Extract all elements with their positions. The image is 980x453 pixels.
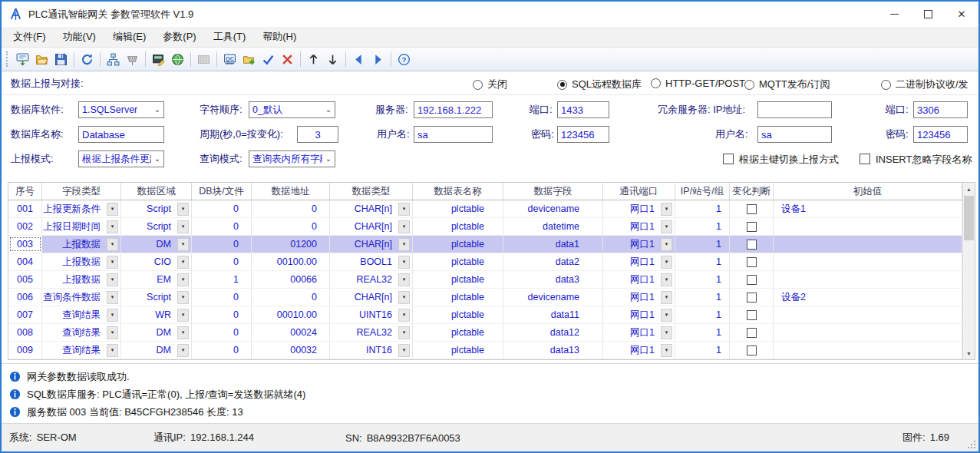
import-config-icon[interactable] <box>13 50 32 69</box>
help-icon[interactable]: ? <box>394 50 414 69</box>
cell-data_area[interactable]: Script▾ <box>121 200 192 217</box>
data_type-dropdown-icon[interactable]: ▾ <box>398 309 410 322</box>
cell-data_type[interactable]: CHAR[n]▾ <box>330 289 413 306</box>
database-software-select[interactable]: 1.SQLServer⌄ <box>78 101 164 118</box>
data_area-dropdown-icon[interactable]: ▾ <box>177 238 189 251</box>
move-down-icon[interactable] <box>323 50 342 69</box>
comm_port-dropdown-icon[interactable]: ▾ <box>661 344 672 357</box>
data_area-dropdown-icon[interactable]: ▾ <box>177 203 189 216</box>
cell-ip_station[interactable]: 1 <box>675 289 730 306</box>
report-mode-select[interactable]: 根据上报条件更新⌄ <box>78 150 164 167</box>
refresh-icon[interactable] <box>78 50 97 69</box>
redundant-port-input[interactable] <box>913 101 968 118</box>
cell-data_addr[interactable]: 00066 <box>252 271 330 288</box>
data_type-dropdown-icon[interactable]: ▾ <box>398 238 410 251</box>
nav-next-icon[interactable] <box>368 50 388 69</box>
data_type-dropdown-icon[interactable]: ▾ <box>398 273 410 286</box>
cell-comm_port[interactable]: 网口1▾ <box>603 236 675 253</box>
cell-data_type[interactable]: INT16▾ <box>330 342 413 359</box>
field_type-dropdown-icon[interactable]: ▾ <box>107 238 118 251</box>
cell-seq[interactable]: 007 <box>8 306 42 323</box>
cell-init_value[interactable] <box>774 253 962 270</box>
field_type-dropdown-icon[interactable]: ▾ <box>107 326 118 339</box>
open-file-icon[interactable] <box>32 50 51 69</box>
cell-init_value[interactable] <box>774 324 962 341</box>
cell-data_area[interactable]: DM▾ <box>121 236 192 253</box>
comm_port-dropdown-icon[interactable]: ▾ <box>661 238 672 251</box>
comm_port-dropdown-icon[interactable]: ▾ <box>661 273 672 286</box>
data_type-dropdown-icon[interactable]: ▾ <box>398 344 410 357</box>
change-check-checkbox[interactable] <box>747 222 757 232</box>
cell-seq[interactable]: 002 <box>8 218 42 235</box>
cell-db_block[interactable]: 0 <box>192 236 252 253</box>
table-row[interactable]: 007查询结果▾WR▾000010.00UINT16▾plctabledata1… <box>8 306 962 324</box>
cell-db_block[interactable]: 0 <box>192 200 252 217</box>
cell-comm_port[interactable]: 网口1▾ <box>603 218 675 235</box>
comm_port-dropdown-icon[interactable]: ▾ <box>661 256 672 269</box>
cell-data_type[interactable]: CHAR[n]▾ <box>330 218 413 235</box>
cell-seq[interactable]: 005 <box>8 271 42 288</box>
comm_port-dropdown-icon[interactable]: ▾ <box>661 291 672 304</box>
cell-comm_port[interactable]: 网口1▾ <box>603 200 675 217</box>
cell-data_type[interactable]: BOOL1▾ <box>330 253 413 270</box>
cell-db_block[interactable]: 0 <box>192 218 252 235</box>
cell-field_type[interactable]: 查询条件数据▾ <box>42 289 121 306</box>
cell-data_addr[interactable]: 00024 <box>252 324 330 341</box>
insert-ignore-checkbox[interactable] <box>860 154 870 164</box>
redundant-username-input[interactable] <box>757 126 832 143</box>
network-nodes-icon[interactable] <box>104 50 123 69</box>
apply-check-icon[interactable] <box>259 50 278 69</box>
cell-data_area[interactable]: WR▾ <box>121 306 192 323</box>
cell-field_type[interactable]: 上报日期时间▾ <box>42 218 121 235</box>
menu-item-params[interactable]: 参数(P) <box>154 27 204 47</box>
comm_port-dropdown-icon[interactable]: ▾ <box>661 220 672 233</box>
query-mode-select[interactable]: 查询表内所有字段⌄ <box>249 150 335 167</box>
cell-comm_port[interactable]: 网口1▾ <box>603 289 675 306</box>
cell-comm_port[interactable]: 网口1▾ <box>603 342 675 359</box>
cell-ip_station[interactable]: 1 <box>675 342 730 359</box>
cell-seq[interactable]: 008 <box>8 324 42 341</box>
cell-ip_station[interactable]: 1 <box>675 253 730 270</box>
cell-data_area[interactable]: Script▾ <box>121 289 192 306</box>
cell-field_type[interactable]: 上报数据▾ <box>42 253 121 270</box>
cell-data_addr[interactable]: 00100.00 <box>252 253 330 270</box>
cell-ip_station[interactable]: 1 <box>675 324 730 341</box>
radio-sql-remote-db[interactable]: SQL远程数据库 <box>557 78 642 91</box>
cell-table_name[interactable]: plctable <box>413 200 503 217</box>
resize-grip[interactable] <box>974 447 975 448</box>
change-check-checkbox[interactable] <box>747 293 757 303</box>
data_type-dropdown-icon[interactable]: ▾ <box>398 326 410 339</box>
cell-ip_station[interactable]: 1 <box>675 218 730 235</box>
cell-data_addr[interactable]: 01200 <box>252 236 330 253</box>
data_area-dropdown-icon[interactable]: ▾ <box>177 256 189 269</box>
cell-data_type[interactable]: REAL32▾ <box>330 324 413 341</box>
cell-data_area[interactable]: EM▾ <box>121 271 192 288</box>
cell-table_name[interactable]: plctable <box>413 324 503 341</box>
table-row[interactable]: 008查询结果▾DM▾000024REAL32▾plctabledata12网口… <box>8 324 962 342</box>
cell-field_type[interactable]: 查询结果▾ <box>42 342 121 359</box>
field_type-dropdown-icon[interactable]: ▾ <box>107 273 118 286</box>
cell-data_type[interactable]: CHAR[n]▾ <box>330 236 413 253</box>
cell-seq[interactable]: 009 <box>8 342 42 359</box>
serial-port-icon[interactable] <box>123 50 142 69</box>
data_area-dropdown-icon[interactable]: ▾ <box>177 344 189 357</box>
server-input[interactable] <box>414 101 493 118</box>
cell-field_type[interactable]: 上报数据▾ <box>42 236 121 253</box>
cell-init_value[interactable] <box>774 306 962 323</box>
cell-seq[interactable]: 004 <box>8 253 42 270</box>
data_type-dropdown-icon[interactable]: ▾ <box>398 256 410 269</box>
cell-comm_port[interactable]: 网口1▾ <box>603 253 675 270</box>
cell-data_field[interactable]: devicename <box>503 200 603 217</box>
table-row[interactable]: 001上报更新条件▾Script▾00CHAR[n]▾plctabledevic… <box>8 200 962 218</box>
change-check-checkbox[interactable] <box>747 240 757 250</box>
cell-field_type[interactable]: 查询结果▾ <box>42 306 121 323</box>
radio-mqtt[interactable]: MQTT发布/订阅 <box>744 78 830 91</box>
menu-item-tools[interactable]: 工具(T) <box>205 27 255 47</box>
nav-prev-icon[interactable] <box>349 50 368 69</box>
port-input[interactable] <box>557 101 609 118</box>
table-row[interactable]: 004上报数据▾CIO▾000100.00BOOL1▾plctabledata2… <box>8 253 962 271</box>
cell-data_field[interactable]: data3 <box>503 271 603 288</box>
cell-data_area[interactable]: CIO▾ <box>121 253 192 270</box>
cell-data_field[interactable]: datetime <box>503 218 603 235</box>
minimize-button[interactable] <box>877 2 911 27</box>
